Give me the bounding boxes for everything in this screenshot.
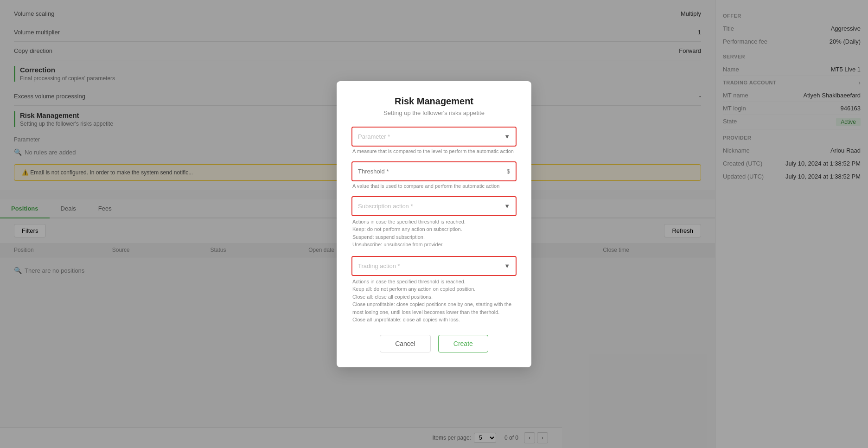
parameter-hint: A measure that is compared to the level …: [351, 148, 517, 154]
trading-hint-1: Keep all: do not perform any action on c…: [352, 285, 516, 293]
subscription-hint-0: Actions in case the specified threshold …: [352, 218, 516, 226]
modal-actions: Cancel Create: [351, 335, 517, 352]
subscription-hint-1: Keep: do not perform any action on subsc…: [352, 225, 516, 233]
trading-hint-0: Actions in case the specified threshold …: [352, 278, 516, 286]
trading-hint-2: Close all: close all copied positions.: [352, 293, 516, 301]
threshold-suffix-icon: $: [507, 168, 510, 175]
subscription-hint-3: Unsubscribe: unsubscribe from provider.: [352, 241, 516, 249]
threshold-input[interactable]: [352, 162, 516, 180]
modal-title: Risk Management: [351, 96, 517, 107]
create-button[interactable]: Create: [438, 335, 488, 352]
subscription-action-field: ▼ Subscription action * Actions in case …: [351, 196, 517, 249]
risk-management-modal: Risk Management Setting up the follower'…: [337, 81, 531, 367]
threshold-field: $ A value that is used to compare and pe…: [351, 161, 517, 189]
threshold-hint: A value that is used to compare and perf…: [351, 183, 517, 189]
trading-hint-3: Close unprofitable: close copied positio…: [352, 301, 516, 316]
trading-hint-4: Close all unprofitable: close all copies…: [352, 316, 516, 324]
trading-action-input-wrapper: ▼ Trading action *: [351, 256, 517, 276]
modal-overlay: Risk Management Setting up the follower'…: [0, 0, 868, 448]
trading-action-select[interactable]: [352, 257, 516, 275]
app-container: Volume scaling Multiply Volume multiplie…: [0, 0, 868, 448]
subscription-action-hints: Actions in case the specified threshold …: [351, 218, 517, 249]
parameter-field: ▼ Parameter * A measure that is compared…: [351, 127, 517, 154]
parameter-input-wrapper: ▼ Parameter *: [351, 127, 517, 147]
subscription-action-input-wrapper: ▼ Subscription action *: [351, 196, 517, 216]
trading-action-hints: Actions in case the specified threshold …: [351, 278, 517, 324]
parameter-select[interactable]: [352, 128, 516, 146]
subscription-hint-2: Suspend: suspend subscription.: [352, 233, 516, 241]
modal-subtitle: Setting up the follower's risks appetite: [351, 109, 517, 116]
threshold-input-wrapper: $: [351, 161, 517, 181]
cancel-button[interactable]: Cancel: [380, 335, 431, 352]
subscription-action-select[interactable]: [352, 197, 516, 215]
trading-action-field: ▼ Trading action * Actions in case the s…: [351, 256, 517, 324]
